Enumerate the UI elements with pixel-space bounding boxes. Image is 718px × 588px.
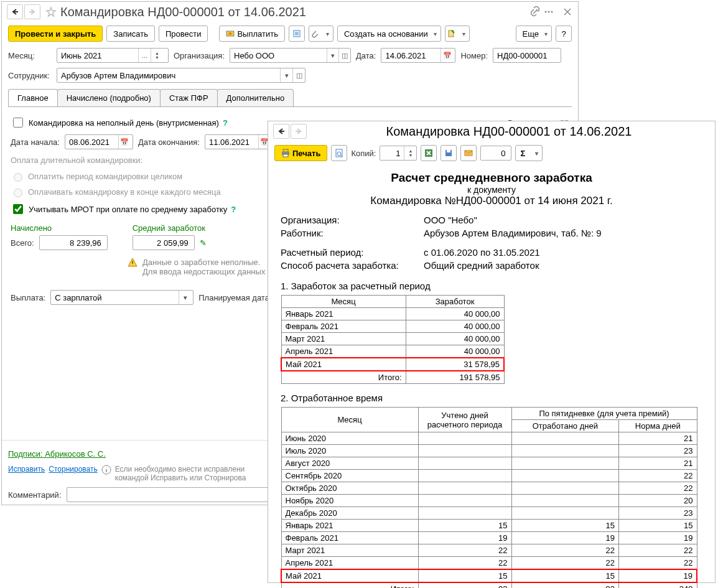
date-calendar-button[interactable]: 📅 <box>441 49 453 62</box>
copies-input[interactable] <box>380 146 404 160</box>
favorite-icon[interactable] <box>45 6 57 17</box>
print-button[interactable]: Печать <box>274 145 327 161</box>
attach-button[interactable] <box>309 26 333 42</box>
end-date-input[interactable] <box>205 135 258 149</box>
submit-button[interactable]: Провести <box>159 26 208 42</box>
more-icon[interactable] <box>543 6 554 17</box>
svg-point-1 <box>548 11 550 13</box>
correct-link[interactable]: Исправить <box>8 465 45 474</box>
payment-label: Выплата: <box>11 293 45 302</box>
pay-monthly-radio <box>14 189 22 197</box>
print-window-title: Командировка НД00-000001 от 14.06.2021 <box>308 124 710 139</box>
number-input[interactable] <box>493 49 559 62</box>
month-label: Месяц: <box>8 51 52 60</box>
save-button[interactable]: Записать <box>106 26 155 42</box>
table-row: Декабрь 202023 <box>281 507 697 520</box>
rep-period-label: Расчетный период: <box>281 247 424 258</box>
table-row: Февраль 2021191919 <box>281 532 697 544</box>
print-toolbar: Печать Копий: ▲▼ Σ <box>268 141 715 165</box>
t2-h3a: Отработано дней <box>511 420 619 432</box>
org-input[interactable] <box>230 49 327 62</box>
org-dropdown[interactable]: ▾ <box>327 49 338 62</box>
pay-whole-label: Оплатить период командировки целиком <box>28 172 182 181</box>
submit-close-button[interactable]: Провести и закрыть <box>8 26 103 42</box>
table-row: Январь 2021151515 <box>281 520 697 532</box>
start-calendar-button[interactable]: 📅 <box>118 135 131 149</box>
org-label: Организация: <box>174 51 225 60</box>
forward-button[interactable] <box>24 4 40 19</box>
table-row: Май 202131 578,95 <box>281 358 504 371</box>
rep-emp-label: Работник: <box>281 228 424 238</box>
avg-input[interactable] <box>133 236 192 250</box>
comment-label: Комментарий: <box>8 490 62 500</box>
employee-open[interactable]: ◫ <box>292 68 305 82</box>
month-input-group: ... ▲▼ <box>57 48 169 63</box>
sigma-button[interactable]: Σ <box>515 145 543 161</box>
mrot-help-icon[interactable]: ? <box>231 205 236 214</box>
create-based-button[interactable]: Создать на основании <box>337 26 441 42</box>
month-clear-button[interactable]: ... <box>138 49 151 62</box>
tab-pfr[interactable]: Стаж ПФР <box>160 89 218 106</box>
employee-input[interactable] <box>57 68 280 82</box>
warning-line2: Для ввода недостающих данных <box>142 267 265 276</box>
help-button[interactable]: ? <box>556 26 572 42</box>
table-row: Сентябрь 202022 <box>281 470 697 482</box>
more-button[interactable]: Еще <box>516 26 552 42</box>
list-button[interactable] <box>289 26 305 42</box>
tab-additional[interactable]: Дополнительно <box>217 89 294 106</box>
report-body: Расчет среднедневного заработка к докуме… <box>268 165 715 588</box>
save-file-button[interactable] <box>441 145 457 161</box>
total-input[interactable] <box>40 236 105 250</box>
print-back-button[interactable] <box>273 124 289 139</box>
use-mrot-checkbox[interactable] <box>13 204 23 214</box>
start-date-input[interactable] <box>65 135 118 149</box>
table-row: Май 2021151519 <box>281 569 697 582</box>
table-row: Март 2021222222 <box>281 544 697 557</box>
print-forward-button[interactable] <box>291 124 307 139</box>
org-open[interactable]: ◫ <box>338 49 350 62</box>
back-button[interactable] <box>7 4 23 19</box>
t2-h3b: Норма дней <box>619 420 697 432</box>
excel-button[interactable] <box>421 145 437 161</box>
pay-button[interactable]: Выплатить <box>219 26 285 42</box>
pay-monthly-label: Оплачивать командировку в конце каждого … <box>28 187 221 197</box>
report-subtitle2: Командировка №НД00-000001 от 14 июня 202… <box>281 195 702 207</box>
payment-dropdown[interactable]: ▾ <box>179 291 191 304</box>
preview-button[interactable] <box>331 145 347 161</box>
zero-input[interactable] <box>481 146 509 160</box>
table-row: Ноябрь 202020 <box>281 495 697 507</box>
planned-date-label: Планируемая дата в <box>198 293 276 302</box>
edit-avg-icon[interactable]: ✎ <box>200 238 207 248</box>
table-row: Октябрь 202022 <box>281 482 697 495</box>
table-row: Август 202021 <box>281 457 697 470</box>
tab-accrued[interactable]: Начислено (подробно) <box>57 89 161 106</box>
table-total-row: Итого:9393249 <box>281 582 697 588</box>
month-spin[interactable]: ▲▼ <box>151 49 163 62</box>
svg-rect-8 <box>283 149 288 152</box>
reverse-link[interactable]: Сторнировать <box>49 465 97 474</box>
payment-input[interactable] <box>51 291 179 304</box>
month-input[interactable] <box>57 49 138 62</box>
copies-spin[interactable]: ▲▼ <box>404 146 416 160</box>
window-title: Командировка НД00-000001 от 14.06.2021 <box>60 5 527 19</box>
money-icon <box>226 29 235 38</box>
report-button[interactable] <box>445 26 470 42</box>
svg-rect-10 <box>283 154 288 157</box>
t2-h1: Месяц <box>281 408 418 432</box>
svg-point-0 <box>545 11 547 13</box>
report-title: Расчет среднедневного заработка <box>281 171 702 185</box>
employee-dropdown[interactable]: ▾ <box>280 68 292 82</box>
rep-period-value: с 01.06.2020 по 31.05.2021 <box>424 247 540 258</box>
link-icon[interactable] <box>529 6 541 17</box>
signatures-link[interactable]: Подписи: Абрикосов С. С. <box>8 449 106 459</box>
partial-day-checkbox[interactable] <box>13 118 23 128</box>
tab-main[interactable]: Главное <box>8 89 58 106</box>
avg-label: Средний заработок <box>133 223 207 233</box>
close-icon[interactable] <box>562 6 573 17</box>
rep-org-label: Организация: <box>281 215 424 225</box>
partial-day-help-icon[interactable]: ? <box>223 118 228 128</box>
date-input[interactable] <box>381 49 441 62</box>
email-button[interactable] <box>460 145 477 161</box>
time-table: Месяц Учтено дней расчетного периода По … <box>281 407 697 588</box>
accrued-label: Начислено <box>11 223 108 233</box>
